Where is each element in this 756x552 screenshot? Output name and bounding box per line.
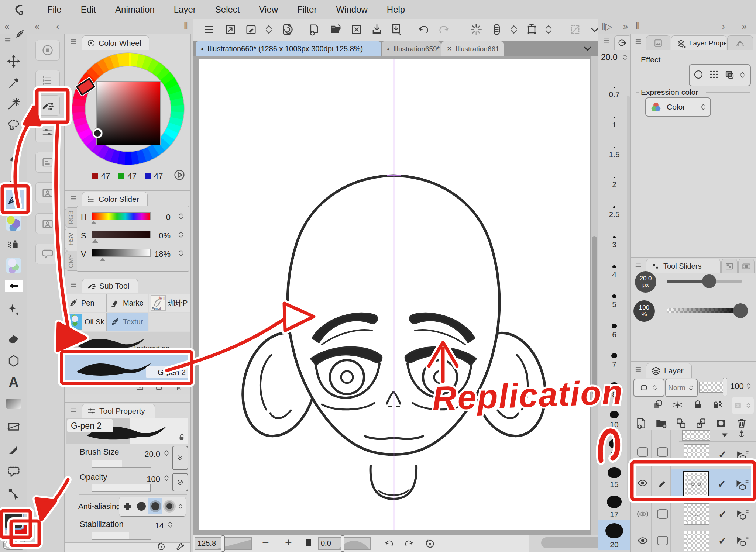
dock-tool-property-button[interactable] xyxy=(35,122,60,142)
rotate-left-icon[interactable] xyxy=(383,538,394,549)
layer-thumbnail[interactable] xyxy=(682,430,710,441)
dock-material-button-2[interactable] xyxy=(35,213,60,234)
layer-check-icon[interactable]: ✓ xyxy=(718,535,727,547)
opacity-bar[interactable] xyxy=(92,484,151,492)
save-as-icon[interactable] xyxy=(390,23,403,36)
expression-color-button[interactable]: Color xyxy=(645,97,711,117)
flag-tool[interactable] xyxy=(6,441,22,458)
sv-cursor[interactable] xyxy=(93,128,102,138)
subtool-item-textured-pen[interactable]: Textured pe xyxy=(65,332,190,355)
subtool-group-coffee[interactable]: 珈琲 Pencil 珈琲P xyxy=(149,294,190,312)
stabilization-bar[interactable] xyxy=(92,532,151,540)
new-layer-icon[interactable] xyxy=(635,417,647,429)
v-caret[interactable] xyxy=(100,258,106,261)
color-slider-tab[interactable]: Color Slider xyxy=(82,192,148,206)
brush-size-cell-17[interactable]: 17 xyxy=(598,490,630,520)
layer-menu-icon[interactable] xyxy=(634,365,642,373)
main-color-swatch[interactable] xyxy=(4,511,23,528)
stabilization-stepper-icon[interactable] xyxy=(166,520,174,530)
right-grip-icon[interactable]: ⦀ xyxy=(636,21,640,31)
doc-tab-illustration660[interactable]: ● Illustration660* (1286 x 1008px 300dpi… xyxy=(196,41,381,56)
collapse-left-icon[interactable]: « xyxy=(4,21,9,32)
blend-mode-dropdown[interactable]: Norm xyxy=(665,379,698,397)
redo-icon[interactable] xyxy=(438,23,451,36)
transfer-layer-icon[interactable] xyxy=(675,417,687,429)
previous-tool[interactable] xyxy=(5,280,23,292)
h-caret[interactable] xyxy=(91,221,97,224)
brush-size-bar[interactable] xyxy=(92,460,151,468)
effect-stepper-icon[interactable] xyxy=(738,69,746,81)
folder-collapse-icon[interactable] xyxy=(721,431,729,439)
film-tab[interactable] xyxy=(738,259,755,273)
subtool-group-pen[interactable]: Pen xyxy=(65,294,107,312)
layer-opacity-stepper-icon[interactable] xyxy=(745,380,752,392)
operation-tool[interactable] xyxy=(6,486,22,502)
command-menu-icon[interactable] xyxy=(202,23,216,36)
decoration-tool-1[interactable] xyxy=(6,216,21,231)
open-in-window-icon[interactable] xyxy=(224,23,237,36)
close-file-icon[interactable] xyxy=(350,23,363,36)
brush-size-cell-15[interactable]: 15 xyxy=(598,460,630,490)
menu-item-edit[interactable]: Edit xyxy=(81,4,96,15)
aa-option-strong[interactable] xyxy=(162,498,176,514)
canvas-drawing[interactable] xyxy=(193,56,598,535)
sub-tool-menu-icon[interactable] xyxy=(69,281,78,289)
transform-stepper-icon[interactable] xyxy=(543,23,554,36)
layer-edit-box[interactable] xyxy=(657,536,668,545)
rotate-widget[interactable]: 0.0 xyxy=(318,537,371,550)
opacity-stepper-icon[interactable] xyxy=(162,473,171,483)
layer-editing-pencil-icon[interactable] xyxy=(656,477,668,489)
frame-border-tool[interactable] xyxy=(6,418,22,435)
layer-opacity-handle[interactable] xyxy=(723,378,727,396)
tab-list-icon[interactable] xyxy=(582,43,594,55)
size-slider-handle[interactable] xyxy=(702,274,716,288)
expression-stepper-icon[interactable] xyxy=(699,100,707,114)
v-slider[interactable] xyxy=(92,249,151,257)
palette-color-button[interactable] xyxy=(633,379,664,397)
effect-none-icon[interactable] xyxy=(693,69,704,80)
tool-property-menu-icon[interactable] xyxy=(69,406,78,414)
brush-palette-menu-icon[interactable] xyxy=(602,37,611,44)
lock-transparent-icon[interactable] xyxy=(712,399,724,410)
layer-thumbnail[interactable] xyxy=(684,503,709,525)
menu-item-select[interactable]: Select xyxy=(215,4,240,15)
color-wheel-menu-icon[interactable] xyxy=(69,38,78,46)
close-tab-icon[interactable]: ✕ xyxy=(447,45,452,53)
layer-thumbnail[interactable] xyxy=(684,444,709,466)
reset-view-icon[interactable] xyxy=(425,538,436,549)
clipboard-stack-icon[interactable] xyxy=(490,23,504,36)
brush-size-cell-0.7[interactable]: 0.7 xyxy=(598,70,630,100)
wheel-mode-icon[interactable] xyxy=(173,168,186,182)
menu-item-help[interactable]: Help xyxy=(387,4,405,15)
aa-option-weak[interactable] xyxy=(134,498,148,514)
brush-size-cell-5[interactable]: 5 xyxy=(598,280,630,310)
transform-icon[interactable] xyxy=(525,23,538,36)
sv-square[interactable] xyxy=(96,81,161,145)
zoom-widget[interactable]: 125.8 xyxy=(195,537,252,550)
subtool-group-marker[interactable]: Marke xyxy=(107,294,148,312)
zoom-slider-handle[interactable] xyxy=(221,535,225,552)
s-stepper-icon[interactable] xyxy=(176,230,185,240)
onion-skin-tab[interactable] xyxy=(727,35,753,50)
layer-visible-eye-icon[interactable] xyxy=(636,535,649,546)
workspace-stepper-icon[interactable] xyxy=(263,23,275,36)
dock-color-slider-button[interactable] xyxy=(35,70,60,91)
layer-visibility-box[interactable] xyxy=(637,447,648,457)
clip-studio-icon[interactable] xyxy=(281,23,294,36)
effect-border-icon[interactable] xyxy=(724,69,735,80)
new-folder-icon[interactable] xyxy=(655,417,667,429)
canvas-vscrollbar-thumb[interactable] xyxy=(592,236,597,395)
gradient-tool[interactable] xyxy=(6,399,21,409)
tool-settings-icon[interactable] xyxy=(176,542,185,551)
chevron-right-icon[interactable]: › xyxy=(722,21,725,32)
layer-mask-icon[interactable] xyxy=(715,417,727,429)
layer-check-icon[interactable]: ✓ xyxy=(718,478,726,490)
transparent-color-swatch[interactable] xyxy=(3,539,26,550)
drag-handle-icon[interactable]: « xyxy=(35,21,39,32)
menu-item-filter[interactable]: Filter xyxy=(297,4,317,15)
menu-item-window[interactable]: Window xyxy=(336,4,367,15)
menu-item-file[interactable]: File xyxy=(47,4,62,15)
layer-tab[interactable]: Layer xyxy=(646,363,692,378)
tool-property-tab[interactable]: Tool Property xyxy=(82,404,155,418)
figure-tool[interactable] xyxy=(6,353,22,369)
